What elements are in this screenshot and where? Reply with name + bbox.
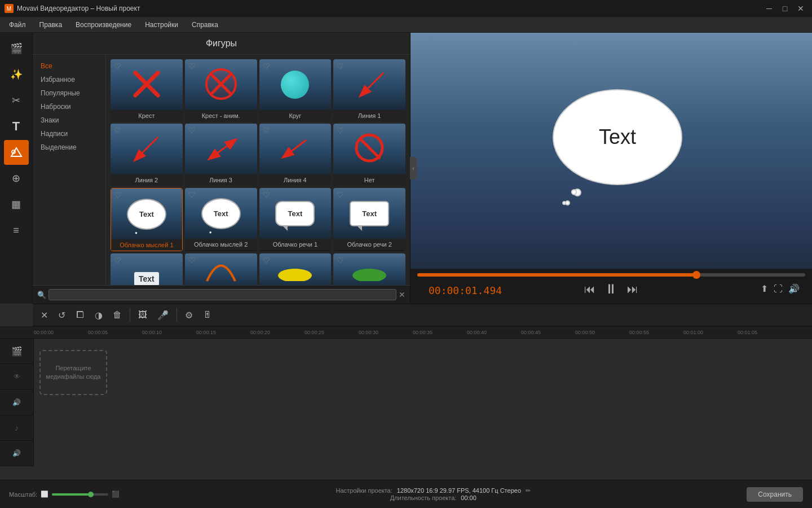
progress-track[interactable] <box>417 273 805 277</box>
settings-button[interactable]: ⚙ <box>182 308 196 323</box>
audio-mix-button[interactable]: 🎚 <box>200 308 215 322</box>
favorite-icon-speech2[interactable]: ♡ <box>337 190 344 199</box>
category-sketches[interactable]: Наброски <box>37 101 101 112</box>
shape-circle[interactable]: ♡ Круг <box>259 59 332 121</box>
menu-bar: Файл Правка Воспроизведение Настройки Сп… <box>0 17 812 33</box>
category-signs[interactable]: Знаки <box>37 115 101 126</box>
edit-settings-icon[interactable]: ✏ <box>526 487 531 494</box>
thought1-text: Text <box>139 210 154 218</box>
shape-line1[interactable]: ♡ <box>333 59 405 121</box>
crop-button[interactable]: ⧠ <box>72 308 88 322</box>
shape-speech1[interactable]: ♡ Text Облачко речи 1 <box>259 188 332 251</box>
menu-edit[interactable]: Правка <box>33 19 69 31</box>
menu-playback[interactable]: Воспроизведение <box>69 19 138 31</box>
pause-button[interactable]: ⏸ <box>604 281 618 297</box>
category-favorites[interactable]: Избранное <box>37 74 101 85</box>
scale-thumb[interactable] <box>88 492 94 497</box>
shapes-search-bar: 🔍 ✕ <box>33 285 410 304</box>
tick-13: 00:01:05 <box>738 330 792 335</box>
favorite-icon-text1[interactable]: ♡ <box>114 256 121 265</box>
shape-thought2[interactable]: ♡ Text Облачко мыслей 2 <box>185 188 257 251</box>
project-settings-label: Настройки проекта: <box>336 487 392 494</box>
favorite-icon-thought2[interactable]: ♡ <box>188 190 196 199</box>
zoom-tool-button[interactable]: ⊕ <box>4 166 29 191</box>
shape-ellipse-green[interactable]: ♡ <box>333 253 405 285</box>
media-drop-zone[interactable]: Перетащите медиафайлы сюда <box>39 350 107 395</box>
shapes-panel: Фигуры Все Избранное Популярные Наброски… <box>33 33 411 304</box>
favorite-icon-line2[interactable]: ♡ <box>114 126 121 135</box>
image-button[interactable]: 🖼 <box>135 308 151 322</box>
search-input[interactable] <box>48 289 396 300</box>
shapes-grid-area[interactable]: ♡ Крест <box>106 55 410 285</box>
favorite-icon-cross-circle[interactable]: ♡ <box>188 62 196 71</box>
shape-cross-circle[interactable]: ♡ Крест - аним. <box>185 59 257 121</box>
favorite-icon-arc[interactable]: ♡ <box>188 256 196 265</box>
next-button[interactable]: ⏭ <box>627 283 638 296</box>
volume-track-header[interactable]: 🔊 <box>0 441 33 466</box>
shape-arc[interactable]: ♡ <box>185 253 257 285</box>
duration-label: Длительность проекта: <box>390 494 457 501</box>
eye-icon-header[interactable]: 👁 <box>0 364 33 389</box>
favorite-icon-circle[interactable]: ♡ <box>263 62 270 71</box>
undo-button[interactable]: ↺ <box>55 308 69 323</box>
duration-row: Длительность проекта: 00:00 <box>390 494 476 501</box>
maximize-button[interactable]: □ <box>778 2 792 15</box>
favorite-icon-thought1[interactable]: ♡ <box>114 191 122 200</box>
menu-help[interactable]: Справка <box>185 19 225 31</box>
trash-button[interactable]: 🗑 <box>109 308 125 322</box>
shape-line3[interactable]: ♡ <box>185 124 257 186</box>
volume-button[interactable]: 🔊 <box>788 283 800 294</box>
scale-min-icon[interactable]: ⬜ <box>41 491 48 498</box>
shape-ellipse-yellow[interactable]: ♡ <box>259 253 332 285</box>
color-button[interactable]: ◑ <box>91 308 106 323</box>
text-tool-button[interactable]: T <box>4 114 29 139</box>
prev-button[interactable]: ⏮ <box>584 283 595 296</box>
progress-thumb[interactable] <box>692 271 700 279</box>
favorite-icon-no-sign[interactable]: ♡ <box>337 126 344 135</box>
favorite-icon-line4[interactable]: ♡ <box>263 126 270 135</box>
media-tool-button[interactable]: 🎬 <box>4 36 29 61</box>
shape-line1-label: Линия 1 <box>333 110 405 121</box>
shape-text1[interactable]: ♡ Text Text <box>111 253 183 285</box>
shape-thought1-label: Облачко мыслей 1 <box>111 239 182 251</box>
shapes-tool-button[interactable] <box>4 140 29 165</box>
export-button[interactable]: ⬆ <box>761 283 768 294</box>
filter-tool-button[interactable]: ▦ <box>4 192 29 217</box>
category-selection[interactable]: Выделение <box>37 142 101 153</box>
delete-button[interactable]: ✕ <box>37 308 51 323</box>
shape-speech2[interactable]: ♡ Text Облачко речи 2 <box>333 188 405 251</box>
timeline-track-content[interactable]: Перетащите медиафайлы сюда <box>34 339 812 466</box>
shape-line2[interactable]: ♡ <box>111 124 183 186</box>
search-clear-button[interactable]: ✕ <box>399 290 405 299</box>
mic-button[interactable]: 🎤 <box>154 308 172 323</box>
audio-icon-header[interactable]: 🔊 <box>0 389 33 415</box>
menu-file[interactable]: Файл <box>2 19 33 31</box>
close-button[interactable]: ✕ <box>794 2 807 15</box>
shape-line4[interactable]: ♡ <box>259 124 332 186</box>
favorite-icon-ellipse-yellow[interactable]: ♡ <box>263 256 270 265</box>
fullscreen-button[interactable]: ⛶ <box>774 283 783 294</box>
cut-tool-button[interactable]: ✂ <box>4 88 29 113</box>
favorite-icon-line1[interactable]: ♡ <box>337 62 344 71</box>
shape-thought1[interactable]: ♡ Text Облачко мыслей 1 <box>111 188 183 251</box>
scale-track[interactable] <box>52 493 108 496</box>
music-track-header: ♪ <box>0 415 33 441</box>
minimize-button[interactable]: ─ <box>762 2 776 15</box>
favorite-icon-ellipse-green[interactable]: ♡ <box>337 256 344 265</box>
save-button[interactable]: Сохранить <box>747 487 803 502</box>
effects-tool-button[interactable]: ✨ <box>4 62 29 87</box>
favorite-icon-line3[interactable]: ♡ <box>188 126 196 135</box>
thought-dot-2 <box>565 200 570 205</box>
window-controls[interactable]: ─ □ ✕ <box>762 2 807 15</box>
shape-no-sign[interactable]: ♡ Нет <box>333 124 405 186</box>
scale-max-icon[interactable]: ⬛ <box>112 491 120 498</box>
category-captions[interactable]: Надписи <box>37 128 101 139</box>
category-all[interactable]: Все <box>37 60 101 72</box>
list-tool-button[interactable]: ≡ <box>4 218 29 243</box>
menu-settings[interactable]: Настройки <box>138 19 185 31</box>
category-popular[interactable]: Популярные <box>37 87 101 99</box>
favorite-icon-cross[interactable]: ♡ <box>114 62 121 71</box>
shape-cross[interactable]: ♡ Крест <box>111 59 183 121</box>
favorite-icon-speech1[interactable]: ♡ <box>263 190 270 199</box>
tick-9: 00:00:45 <box>521 330 575 335</box>
